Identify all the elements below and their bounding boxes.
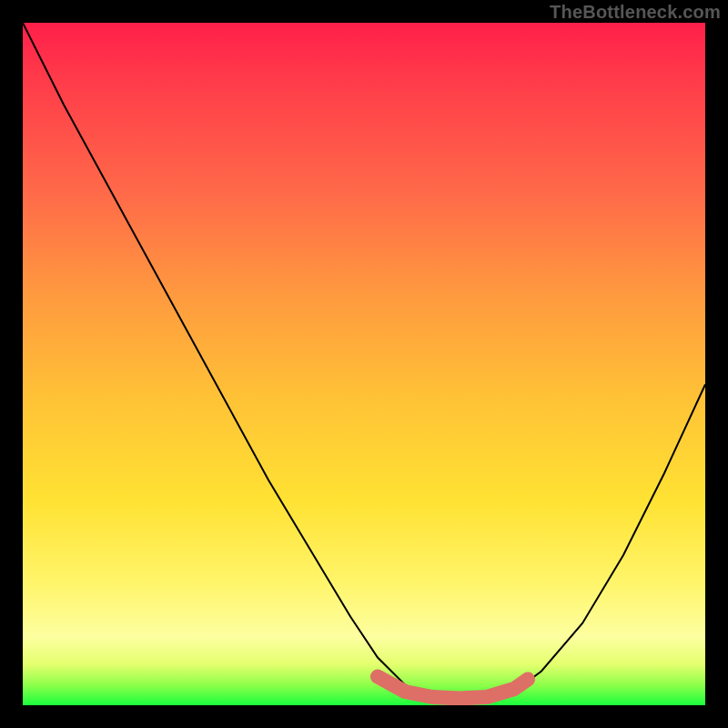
chart-overlay	[23, 23, 705, 705]
chart-frame: TheBottleneck.com	[0, 0, 728, 728]
bottleneck-curve-path	[23, 23, 705, 699]
watermark-text: TheBottleneck.com	[550, 2, 721, 23]
chart-plot-area	[23, 23, 705, 705]
